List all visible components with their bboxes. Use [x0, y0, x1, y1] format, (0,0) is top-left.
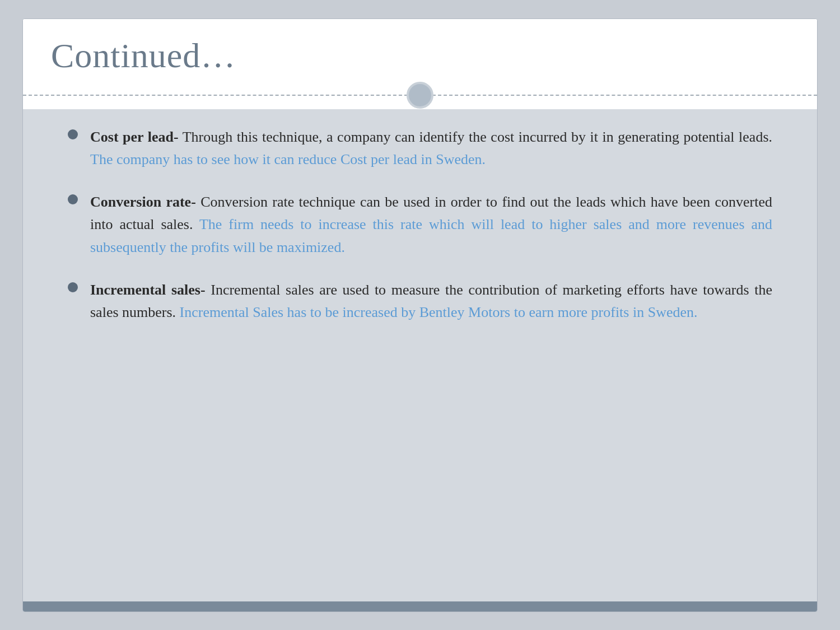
slide-title: Continued… [51, 36, 789, 76]
slide-header: Continued… [23, 19, 817, 81]
bullet-text-cost-per-lead: Cost per lead- Through this technique, a… [90, 126, 772, 171]
bullet-text-incremental-sales: Incremental sales- Incremental sales are… [90, 279, 772, 324]
divider-circle-icon [407, 82, 433, 109]
bullet-dot-2 [68, 194, 78, 204]
slide-body: Cost per lead- Through this technique, a… [23, 109, 817, 601]
bullet-item-cost-per-lead: Cost per lead- Through this technique, a… [68, 126, 772, 171]
slide-footer [23, 601, 817, 612]
highlight-text-cost-per-lead: The company has to see how it can reduce… [90, 151, 486, 167]
bullet-dot-3 [68, 282, 78, 292]
slide: Continued… Cost per lead- Through this t… [22, 18, 818, 612]
bullet-item-incremental-sales: Incremental sales- Incremental sales are… [68, 279, 772, 324]
bullet-item-conversion-rate: Conversion rate- Conversion rate techniq… [68, 191, 772, 259]
term-incremental-sales: Incremental sales- [90, 282, 206, 298]
bullet-text-conversion-rate: Conversion rate- Conversion rate techniq… [90, 191, 772, 259]
term-cost-per-lead: Cost per lead- [90, 129, 179, 145]
bullet-dot-1 [68, 129, 78, 139]
highlight-text-incremental-sales: Incremental Sales has to be increased by… [180, 304, 698, 320]
normal-text-cost-per-lead: Through this technique, a company can id… [183, 129, 772, 145]
divider-container [23, 81, 817, 109]
term-conversion-rate: Conversion rate- [90, 194, 196, 210]
